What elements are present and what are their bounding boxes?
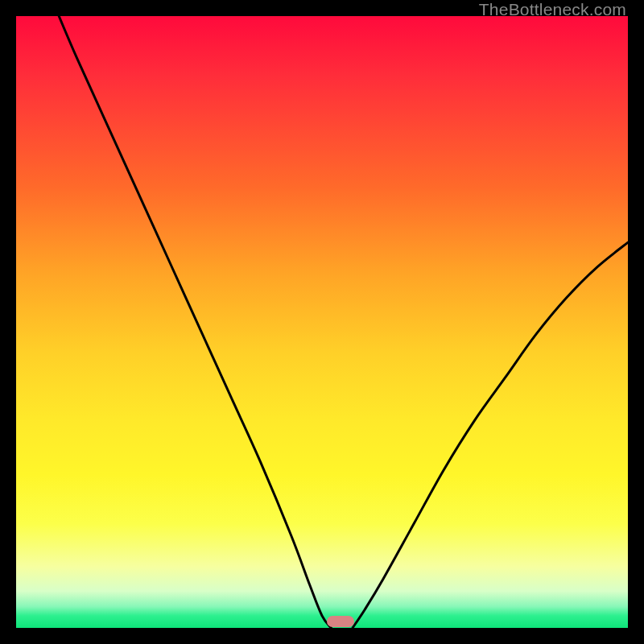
- plot-area: [16, 16, 628, 628]
- bottleneck-curve: [16, 16, 628, 628]
- chart-frame: TheBottleneck.com: [0, 0, 644, 644]
- optimal-marker: [327, 616, 354, 627]
